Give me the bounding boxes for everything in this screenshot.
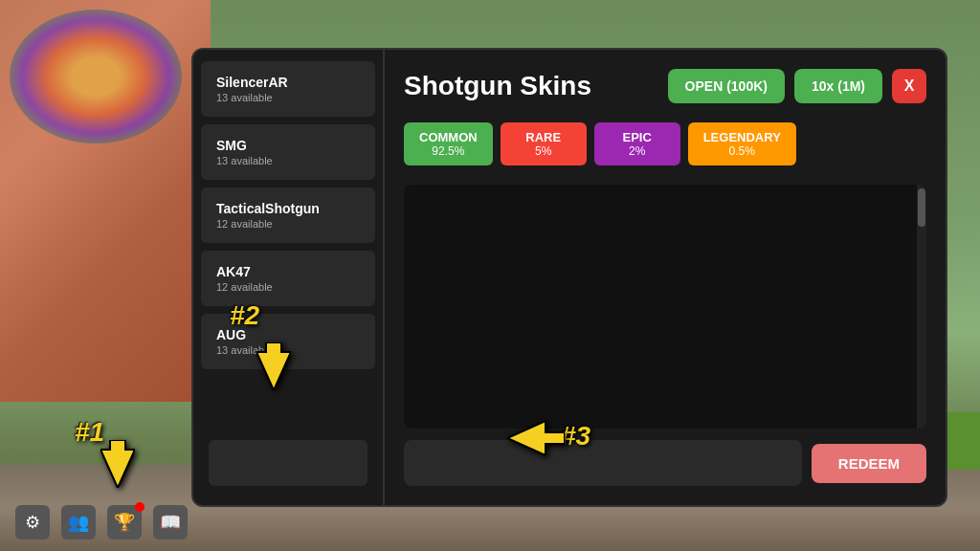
rarity-epic-badge[interactable]: EPIC 2% <box>594 122 680 165</box>
weapon-count: 13 available <box>216 155 360 166</box>
sidebar-bottom <box>193 429 383 497</box>
weapon-count: 13 available <box>216 92 360 103</box>
panel-header: Shotgun Skins OPEN (100K) 10x (1M) X <box>404 69 926 103</box>
weapon-count: 12 available <box>216 218 360 230</box>
sidebar-empty-slot <box>209 440 368 486</box>
toolbar: ⚙ 👥 🏆 📖 <box>15 505 188 540</box>
selected-skin-slot <box>404 440 802 486</box>
redeem-button[interactable]: REDEEM <box>812 444 926 483</box>
rarity-common-name: COMMON <box>419 130 478 144</box>
rarity-legendary-badge[interactable]: LEGENDARY 0.5% <box>688 122 796 165</box>
close-button[interactable]: X <box>892 69 926 103</box>
sidebar-item-silencerar[interactable]: SilencerAR 13 available <box>201 61 375 117</box>
sidebar-item-aug[interactable]: AUG 13 available <box>201 314 375 369</box>
sidebar-item-smg[interactable]: SMG 13 available <box>201 124 375 180</box>
trophy-icon[interactable]: 🏆 <box>107 505 142 540</box>
weapon-count: 13 available <box>216 344 360 356</box>
rarity-epic-name: EPIC <box>610 130 665 144</box>
open-10x-button[interactable]: 10x (1M) <box>794 69 882 103</box>
rarity-legendary-pct: 0.5% <box>703 144 781 158</box>
weapon-sidebar: SilencerAR 13 available SMG 13 available… <box>193 50 385 505</box>
rarity-common-pct: 92.5% <box>419 144 478 158</box>
weapon-name: AK47 <box>216 264 360 279</box>
header-buttons: OPEN (100K) 10x (1M) X <box>668 69 926 103</box>
rarity-common-badge[interactable]: COMMON 92.5% <box>404 122 493 165</box>
weapon-name: TacticalShotgun <box>216 201 360 216</box>
skins-modal: SilencerAR 13 available SMG 13 available… <box>191 48 947 507</box>
rarity-legendary-name: LEGENDARY <box>703 130 781 144</box>
panel-title: Shotgun Skins <box>404 71 591 101</box>
bottom-area: REDEEM <box>404 440 926 486</box>
group-icon[interactable]: 👥 <box>61 505 96 540</box>
rarity-rare-name: RARE <box>516 130 571 144</box>
scrollbar[interactable] <box>917 185 926 429</box>
weapon-name: SMG <box>216 138 360 153</box>
settings-icon[interactable]: ⚙ <box>15 505 50 540</box>
weapon-count: 12 available <box>216 281 360 293</box>
scrollbar-thumb <box>918 188 925 227</box>
weapon-name: AUG <box>216 327 360 342</box>
skins-content-area <box>404 185 926 429</box>
sidebar-item-ak47[interactable]: AK47 12 available <box>201 251 375 306</box>
rarity-rare-pct: 5% <box>516 144 571 158</box>
rarity-row: COMMON 92.5% RARE 5% EPIC 2% LEGENDARY 0… <box>404 122 926 165</box>
rarity-rare-badge[interactable]: RARE 5% <box>501 122 587 165</box>
main-panel: Shotgun Skins OPEN (100K) 10x (1M) X COM… <box>385 50 946 505</box>
graffiti-decoration <box>10 10 182 143</box>
open-button[interactable]: OPEN (100K) <box>668 69 785 103</box>
book-icon[interactable]: 📖 <box>153 505 188 540</box>
sidebar-item-tacticalshotgun[interactable]: TacticalShotgun 12 available <box>201 187 375 243</box>
weapon-name: SilencerAR <box>216 75 360 90</box>
rarity-epic-pct: 2% <box>610 144 665 158</box>
